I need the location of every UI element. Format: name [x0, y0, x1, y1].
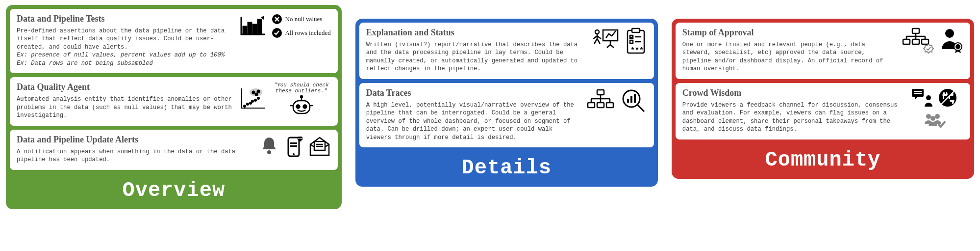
- panel-title-overview: Overview: [10, 174, 338, 209]
- svg-rect-42: [630, 40, 633, 43]
- badge-all-rows: All rows included: [285, 29, 331, 37]
- card-desc: Written (+visual?) report/narrative that…: [366, 41, 585, 73]
- svg-point-25: [293, 153, 295, 155]
- card-data-traces: Data Traces A high level, potentially vi…: [359, 83, 654, 147]
- card-desc: One or more trusted and relevant people …: [682, 41, 897, 73]
- svg-point-11: [257, 97, 259, 99]
- bell-icon: [259, 136, 279, 157]
- svg-point-35: [595, 30, 599, 34]
- svg-rect-53: [606, 103, 613, 108]
- svg-rect-39: [632, 28, 640, 32]
- card-title: Explanation and Status: [366, 28, 585, 38]
- svg-point-6: [244, 105, 246, 107]
- svg-rect-2: [253, 25, 256, 34]
- card-title: Data Quality Agent: [17, 82, 234, 92]
- card-title: Data Traces: [366, 88, 580, 98]
- card-crowd-wisdom: Crowd Wisdom Provide viewers a feedback …: [676, 83, 970, 139]
- panel-details: Explanation and Status Written (+visual?…: [355, 19, 658, 187]
- svg-point-9: [251, 100, 253, 102]
- svg-point-31: [301, 138, 302, 139]
- svg-rect-26: [290, 142, 297, 144]
- card-stamp-approval: Stamp of Approval One or more trusted an…: [676, 23, 970, 79]
- svg-point-79: [930, 116, 935, 121]
- svg-line-55: [637, 105, 644, 112]
- card-update-alerts: Data and Pipeline Update Alerts A notifi…: [10, 130, 338, 170]
- svg-rect-1: [248, 23, 251, 34]
- svg-text:★★★: ★★★: [630, 46, 644, 51]
- svg-point-7: [247, 103, 249, 105]
- svg-rect-66: [912, 39, 919, 44]
- check-circle-icon: [272, 28, 282, 38]
- svg-point-70: [956, 45, 960, 49]
- card-desc: A high level, potentially visual/narrati…: [366, 101, 580, 141]
- card-desc: Provide viewers a feedback channel for d…: [682, 101, 900, 134]
- svg-point-19: [296, 105, 300, 109]
- svg-rect-59: [912, 28, 919, 33]
- card-data-pipeline-tests: Data and Pipeline Tests Pre-defined asse…: [10, 9, 338, 73]
- svg-point-68: [945, 29, 954, 38]
- svg-point-13: [252, 91, 254, 94]
- svg-point-74: [926, 95, 931, 100]
- svg-point-29: [298, 138, 299, 139]
- scatter-outlier-icon: [239, 86, 267, 111]
- card-desc: Automated analysis entity that identifie…: [17, 95, 234, 119]
- mail-open-icon: [308, 136, 331, 157]
- svg-rect-45: [597, 90, 604, 95]
- svg-point-30: [300, 138, 301, 139]
- pipeline-tree-icon: [585, 88, 616, 114]
- svg-rect-67: [922, 39, 929, 44]
- chat-person-icon: [911, 88, 933, 108]
- card-title: Crowd Wisdom: [682, 88, 900, 98]
- svg-point-14: [257, 90, 259, 93]
- svg-rect-27: [290, 145, 297, 147]
- card-title: Data and Pipeline Update Alerts: [17, 135, 254, 145]
- svg-point-8: [250, 102, 251, 104]
- svg-point-16: [301, 96, 302, 98]
- person-badge-icon: [939, 28, 963, 54]
- card-desc: A notification appears when something in…: [17, 148, 254, 164]
- phone-notification-icon: [284, 135, 303, 158]
- pipeline-approved-icon: [902, 28, 934, 54]
- card-desc: Pre-defined assertions about the data pi…: [17, 27, 233, 67]
- svg-rect-51: [588, 103, 595, 108]
- svg-rect-72: [914, 91, 922, 92]
- robot-icon: [289, 95, 314, 115]
- svg-rect-57: [630, 96, 632, 103]
- svg-rect-65: [903, 39, 910, 44]
- clipboard-rating-icon: ★★★: [625, 28, 647, 55]
- card-explanation-status: Explanation and Status Written (+visual?…: [359, 23, 654, 79]
- card-data-quality-agent: Data Quality Agent Automated analysis en…: [10, 77, 338, 125]
- x-circle-icon: [272, 14, 282, 25]
- svg-rect-58: [634, 94, 636, 103]
- bar-chart-icon: [238, 15, 267, 37]
- svg-point-78: [935, 114, 940, 119]
- svg-point-15: [255, 93, 257, 96]
- svg-rect-73: [914, 93, 922, 94]
- svg-rect-0: [243, 27, 247, 34]
- panel-title-details: Details: [359, 151, 654, 187]
- chart-magnify-icon: [621, 88, 647, 114]
- panel-overview: Data and Pipeline Tests Pre-defined asse…: [6, 5, 342, 209]
- panel-community: Stamp of Approval One or more trusted an…: [672, 19, 974, 179]
- panel-title-community: Community: [676, 143, 970, 179]
- agent-quote: "You should check these outliers.": [272, 82, 331, 94]
- panels-row: Data and Pipeline Tests Pre-defined asse…: [6, 5, 974, 209]
- badge-no-null: No null values: [285, 15, 323, 23]
- svg-rect-52: [597, 103, 604, 108]
- svg-point-20: [303, 105, 306, 109]
- svg-point-10: [254, 99, 256, 101]
- svg-point-77: [926, 114, 931, 119]
- group-check-icon: [922, 112, 946, 130]
- card-title: Data and Pipeline Tests: [17, 14, 233, 24]
- card-title: Stamp of Approval: [682, 28, 897, 38]
- svg-rect-56: [627, 99, 629, 103]
- presentation-icon: [590, 28, 620, 55]
- thumbs-vote-icon: [938, 88, 957, 107]
- svg-point-23: [267, 150, 271, 154]
- svg-rect-3: [258, 20, 261, 34]
